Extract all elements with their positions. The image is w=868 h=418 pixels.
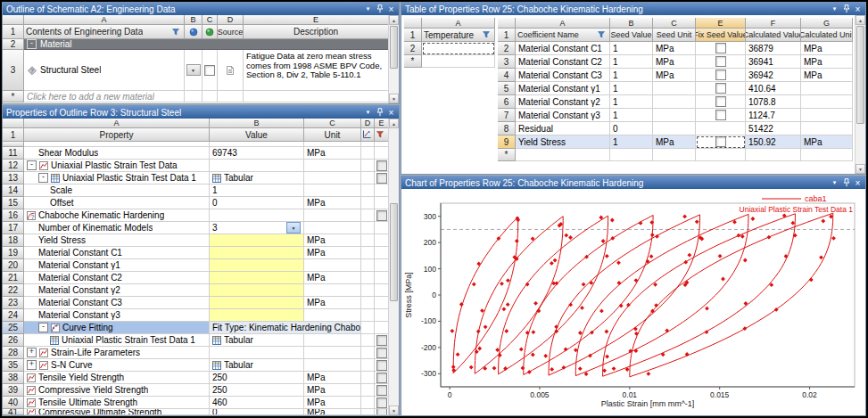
suppress-checkbox[interactable] xyxy=(376,210,387,221)
add-material-cell[interactable]: Click here to add a new material xyxy=(24,91,185,102)
scroll-up-icon[interactable]: ▲ xyxy=(856,15,865,25)
column-header-a[interactable]: A xyxy=(422,18,495,29)
row-number[interactable]: 41 xyxy=(3,409,24,415)
row-number[interactable]: 6 xyxy=(498,95,516,109)
property-unit-cell[interactable]: MPa xyxy=(304,147,361,160)
pin-icon[interactable] xyxy=(840,177,852,188)
scroll-up-icon[interactable]: ▲ xyxy=(389,15,399,25)
fix-seed-value-cell[interactable] xyxy=(696,122,746,135)
property-name-cell[interactable]: Scale xyxy=(24,184,210,197)
row-number[interactable]: 40 xyxy=(3,397,24,409)
row-number[interactable]: * xyxy=(498,149,516,161)
fix-seed-value-cell[interactable] xyxy=(696,95,746,109)
property-unit-cell[interactable]: MPa xyxy=(304,297,361,309)
property-unit-cell[interactable]: MPa xyxy=(304,272,361,284)
property-column-header[interactable]: Property xyxy=(24,128,210,142)
property-value-cell[interactable] xyxy=(210,347,304,359)
close-icon[interactable]: × xyxy=(385,107,397,118)
property-unit-cell[interactable]: MPa xyxy=(304,397,361,409)
row-number[interactable]: 38 xyxy=(3,372,24,384)
source-cell[interactable] xyxy=(218,50,244,91)
row-number[interactable]: 14 xyxy=(3,184,24,197)
coefficient-name-cell[interactable]: Material Constant γ2 xyxy=(516,95,610,109)
suppress-checkbox[interactable] xyxy=(376,360,387,371)
column-header-d[interactable]: D xyxy=(218,15,244,25)
property-value-cell[interactable] xyxy=(210,297,304,309)
filter-column-header[interactable] xyxy=(375,128,389,142)
row-number[interactable]: 1 xyxy=(3,128,24,142)
seed-unit-cell[interactable]: MPa xyxy=(653,69,696,82)
property-value-cell[interactable]: Tabular xyxy=(210,334,304,347)
temperature-header[interactable]: Temperature xyxy=(422,29,495,42)
row-number[interactable]: 28 xyxy=(3,347,24,359)
column-header-c[interactable]: C xyxy=(653,18,696,29)
property-name-cell[interactable]: Uniaxial Plastic Strain Test Data 1 xyxy=(24,334,210,347)
seed-value-cell[interactable]: 1 xyxy=(610,55,653,69)
fix-seed-value-cell[interactable] xyxy=(696,109,746,122)
coefficient-name-cell[interactable]: Material Constant γ3 xyxy=(516,109,610,122)
property-value-cell[interactable]: 250 xyxy=(210,384,304,397)
expander-icon[interactable]: + xyxy=(27,360,37,370)
fix-seed-value-cell[interactable] xyxy=(696,55,746,69)
row-number[interactable]: 2 xyxy=(3,39,24,50)
panel-menu-icon[interactable]: ▼ xyxy=(362,4,374,14)
property-name-cell[interactable]: Tensile Yield Strength xyxy=(24,372,210,384)
column-header-a[interactable]: A xyxy=(516,18,610,29)
scrollbar-thumb[interactable] xyxy=(856,26,864,124)
property-value-cell[interactable] xyxy=(210,272,304,284)
row-number[interactable]: 7 xyxy=(498,109,516,122)
property-name-cell[interactable]: Yield Stress xyxy=(24,234,210,247)
panel-menu-icon[interactable]: ▼ xyxy=(829,4,840,14)
property-unit-cell[interactable]: MPa xyxy=(304,234,361,247)
row-number[interactable]: 3 xyxy=(498,55,516,69)
property-value-cell[interactable] xyxy=(210,284,304,297)
property-unit-cell[interactable]: MPa xyxy=(304,197,361,209)
property-name-cell[interactable]: +S-N Curve xyxy=(24,359,210,372)
property-name-cell[interactable]: Offset xyxy=(24,197,210,209)
property-name-cell[interactable]: -Uniaxial Plastic Strain Test Data 1 xyxy=(24,172,210,184)
property-unit-cell[interactable] xyxy=(304,259,361,272)
unit-column-header[interactable]: Unit xyxy=(304,128,361,142)
graph-column-header[interactable] xyxy=(361,128,375,142)
scroll-down-icon[interactable]: ▼ xyxy=(856,164,865,174)
row-number[interactable]: 4 xyxy=(498,69,516,82)
fix-seed-checkbox[interactable] xyxy=(715,83,726,94)
material-checkbox[interactable] xyxy=(204,65,215,76)
suppress-checkbox[interactable] xyxy=(376,398,387,408)
coefficient-name-cell[interactable]: Material Constant C2 xyxy=(516,55,610,69)
close-icon[interactable]: × xyxy=(852,4,864,14)
row-number[interactable]: 16 xyxy=(3,209,24,222)
row-number[interactable]: 20 xyxy=(3,259,24,272)
table-scrollbar[interactable]: ▲ ▼ xyxy=(855,15,865,174)
coefficient-name-cell[interactable]: Residual xyxy=(516,122,610,135)
pin-icon[interactable] xyxy=(374,107,385,118)
fix-seed-checkbox[interactable] xyxy=(715,70,726,80)
fix-seed-checkbox[interactable] xyxy=(715,96,726,107)
property-name-cell[interactable]: Material Constant C2 xyxy=(24,272,210,284)
row-number[interactable]: 17 xyxy=(3,222,24,234)
seed-unit-cell[interactable] xyxy=(653,122,696,135)
column-header-a[interactable]: A xyxy=(24,119,210,128)
temperature-value-cell[interactable] xyxy=(422,55,495,68)
row-number[interactable]: 22 xyxy=(3,284,24,297)
fix-seed-value-cell[interactable] xyxy=(696,82,746,95)
close-icon[interactable]: × xyxy=(852,177,864,188)
property-value-cell[interactable]: 460 xyxy=(210,397,304,409)
row-number[interactable]: 1 xyxy=(3,25,24,39)
header-fix-seed-value[interactable]: Fix Seed Value xyxy=(696,29,746,42)
suppress-checkbox[interactable] xyxy=(376,173,387,184)
coefficient-name-cell[interactable]: Material Constant C1 xyxy=(516,42,610,55)
header-coefficient-name[interactable]: Coefficient Name xyxy=(516,29,610,42)
property-unit-cell[interactable] xyxy=(304,209,361,222)
property-unit-cell[interactable] xyxy=(304,309,361,322)
properties-scrollbar[interactable]: ▲ ▼ xyxy=(388,119,399,415)
row-number[interactable]: 2 xyxy=(404,42,422,55)
filter-icon[interactable] xyxy=(172,29,179,36)
property-name-cell[interactable]: Material Constant C3 xyxy=(24,297,210,309)
fix-seed-checkbox[interactable] xyxy=(715,136,726,147)
suppress-checkbox[interactable] xyxy=(376,373,387,383)
row-number[interactable]: 12 xyxy=(3,160,24,172)
contents-header-cell[interactable]: Contents of Engineering Data xyxy=(24,25,185,39)
property-unit-cell[interactable] xyxy=(304,184,361,197)
description-cell[interactable]: Fatigue Data at zero mean stress comes f… xyxy=(244,50,389,91)
